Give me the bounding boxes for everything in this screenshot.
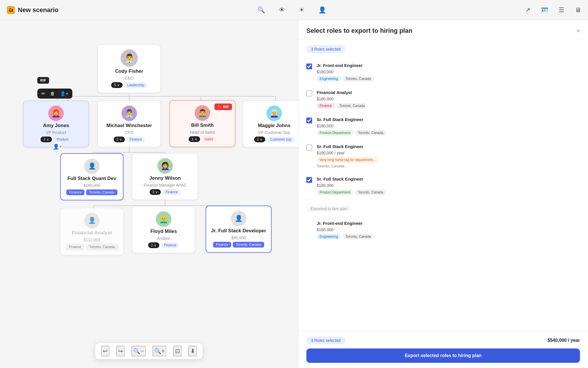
ceo-title: CEO xyxy=(125,76,134,80)
search-icon[interactable]: 🔍 xyxy=(257,6,265,14)
full-stack-dev-node[interactable]: 👤 Full Stack Quant Dev $180,000 Finance … xyxy=(60,153,123,200)
role-name-1: Jr. Front-end Engineer xyxy=(317,63,580,68)
role-item-4: Sr. Full Stack Engineer $180,000 / year … xyxy=(306,140,580,172)
role-price-1: $180,000 xyxy=(317,70,580,74)
node-toolbar[interactable]: ✏ 🗑 👤+ xyxy=(37,89,72,99)
financial-analyst-node[interactable]: 👤 Financial Analyst $110,000 Finance Tor… xyxy=(60,208,123,255)
financial-analyst-tags: Finance Toronto, Canada xyxy=(66,244,118,250)
role-checkbox-5[interactable] xyxy=(306,177,312,183)
panel-close-button[interactable]: × xyxy=(577,28,580,34)
right-panel: Select roles to export to hiring plan × … xyxy=(298,20,588,368)
role-name-4: Sr. Full Stack Engineer xyxy=(317,144,580,149)
vp-customer-node[interactable]: 👩‍🦳 Maggie Johns VP Customer Sup 2∨ Cust… xyxy=(243,101,298,147)
financial-analyst-tag1: Finance xyxy=(66,244,84,250)
role-price-2: $180,000 xyxy=(317,97,580,101)
monitor-icon[interactable]: 🖥 xyxy=(575,6,581,14)
cfo-node[interactable]: 👨‍💼 Michael Winchester CFO 2∨ Finance xyxy=(98,101,161,147)
role-price-3: $180,000 xyxy=(317,124,580,128)
role-name-3: Sr. Full Stack Engineer xyxy=(317,117,580,122)
jenny-title: Finance Manager APAC xyxy=(144,183,186,187)
role-name-2: Financial Analyst xyxy=(317,90,580,95)
full-stack-tags: Finance Toronto, Canada xyxy=(66,189,117,195)
panel-footer: 3 Roles selected $540,000 / year Export … xyxy=(298,331,588,368)
topbar-center: 🔍 👁 ☀ 👤 xyxy=(59,6,525,14)
full-stack-tag1: Finance xyxy=(66,189,84,195)
exported-role-item-1: Jr. Front-end Engineer $180,000 Engineer… xyxy=(306,217,580,244)
download-button[interactable]: ⬇ xyxy=(189,346,197,356)
role-price-5: $180,000 xyxy=(317,183,580,188)
vp-product-node[interactable]: 👩‍🦰 Amy Jones VP Product 2∨ Product xyxy=(23,101,89,147)
role-checkbox-4[interactable] xyxy=(306,145,312,150)
floyd-avatar: 👨‍🦲 xyxy=(156,211,171,227)
role-checkbox-3[interactable] xyxy=(306,118,312,123)
michael-count: 2∨ xyxy=(114,137,125,142)
role-info-3: Sr. Full Stack Engineer $180,000 Product… xyxy=(317,117,580,136)
floyd-badge-row: 2∨ Finance xyxy=(148,242,179,248)
jr-full-stack-tag1: Finance xyxy=(213,242,231,248)
person-icon[interactable]: 👤 xyxy=(318,6,326,14)
undo-button[interactable]: ↩ xyxy=(101,346,109,356)
app-logo[interactable]: 🗂 New scenario xyxy=(7,6,59,14)
zoom-in-button[interactable]: 🔍+ xyxy=(152,346,167,356)
jenny-avatar: 👩‍🦱 xyxy=(157,158,173,174)
ceo-name: Cody Fisher xyxy=(115,68,143,74)
role-tags-3: Product Department Toronto, Canada xyxy=(317,130,580,136)
amy-count: 2∨ xyxy=(40,137,52,142)
role-tag-location-1: Toronto, Canada xyxy=(343,76,374,82)
add-person-icon[interactable]: 👤+ xyxy=(60,91,68,96)
michael-team: Finance xyxy=(127,137,145,142)
jr-full-stack-tags: Finance Toronto, Canada xyxy=(213,242,264,248)
app-title: New scenario xyxy=(18,6,59,14)
role-checkbox-2[interactable] xyxy=(306,91,312,96)
eye-icon[interactable]: 👁 xyxy=(279,6,285,14)
jenny-name: Jenny Wilson xyxy=(149,175,181,181)
role-tag-engineering-1: Engineering xyxy=(317,76,341,82)
role-tag-long-4: Very long name tag for department... xyxy=(317,157,378,163)
full-stack-salary: $180,000 xyxy=(84,183,100,188)
exported-role-price-1: $180,000 xyxy=(317,227,580,232)
external-link-icon[interactable]: ↗ xyxy=(525,6,530,14)
role-item-2: Financial Analyst $180,000 Finance Toron… xyxy=(306,86,580,113)
rif-badge-amy: RIF xyxy=(37,77,49,84)
ceo-node[interactable]: 👨‍💼 Cody Fisher CEO 5∨ Leadership xyxy=(98,45,161,93)
head-sales-node[interactable]: 🔴 RIF 👨‍🦱 Bill Smith Head of Sales 1∨ Sa… xyxy=(169,100,235,147)
maggie-count: 2∨ xyxy=(254,137,266,142)
financial-analyst-avatar: 👤 xyxy=(84,213,100,228)
role-checkbox-1[interactable] xyxy=(306,64,312,69)
redo-button[interactable]: ↪ xyxy=(116,346,125,356)
ceo-team: Leadership xyxy=(124,82,147,88)
role-tags-4: Very long name tag for department... xyxy=(317,157,580,163)
bill-badge-row: 1∨ Sales xyxy=(189,136,216,142)
roles-selected-badge: 3 Roles selected xyxy=(306,45,345,53)
jr-full-stack-node[interactable]: 👤 Jr. Full Stack Developer $90,000 Finan… xyxy=(206,206,272,253)
person-card-icon[interactable]: 🪪 xyxy=(541,6,548,14)
floyd-title: Analyst xyxy=(157,236,170,241)
bill-count: 1∨ xyxy=(189,136,200,142)
ceo-badge-row: 5∨ Leadership xyxy=(111,82,147,88)
footer-price: $540,000 / year xyxy=(548,338,580,343)
amy-title: VP Product xyxy=(46,130,66,135)
jr-full-stack-tag2: Toronto, Canada xyxy=(233,242,264,248)
jenny-node[interactable]: 👩‍🦱 Jenny Wilson Finance Manager APAC 3∨… xyxy=(132,153,198,200)
export-button[interactable]: Export selected roles to hiring plan xyxy=(306,348,580,363)
financial-analyst-name: Financial Analyst xyxy=(72,230,112,236)
role-item-3: Sr. Full Stack Engineer $180,000 Product… xyxy=(306,113,580,140)
edit-icon[interactable]: ✏ xyxy=(41,91,45,96)
floyd-node[interactable]: 👨‍🦲 Floyd Miles Analyst 2∨ Finance xyxy=(132,206,195,253)
exported-role-tag-location-1: Toronto, Canada xyxy=(343,234,374,239)
sun-icon[interactable]: ☀ xyxy=(299,6,305,14)
panel-header: Select roles to export to hiring plan × xyxy=(298,20,588,39)
list-icon[interactable]: ☰ xyxy=(559,6,564,14)
zoom-out-button[interactable]: 🔍− xyxy=(131,346,146,356)
add-person-button[interactable]: 👤+ xyxy=(52,141,63,152)
maggie-team: Customer sup xyxy=(267,137,294,142)
fit-button[interactable]: ⊡ xyxy=(173,346,182,356)
maggie-avatar: 👩‍🦳 xyxy=(266,106,282,121)
jr-full-stack-name: Jr. Full Stack Developer xyxy=(211,228,266,234)
floyd-name: Floyd Miles xyxy=(150,229,177,234)
jenny-count: 3∨ xyxy=(150,189,161,195)
footer-summary: 3 Roles selected $540,000 / year xyxy=(306,336,580,344)
bottom-toolbar: ↩ ↪ 🔍− 🔍+ ⊡ ⬇ xyxy=(95,343,203,359)
delete-icon[interactable]: 🗑 xyxy=(50,91,55,96)
amy-name: Amy Jones xyxy=(43,123,69,129)
